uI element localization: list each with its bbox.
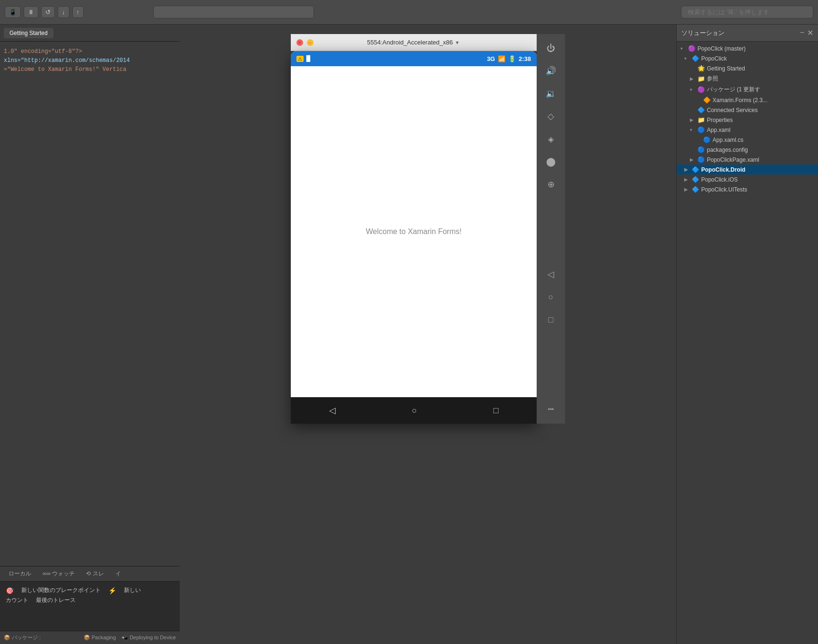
status-right: 3G 📶 🔋 2:38 — [487, 55, 531, 62]
solution-tree: ▾ 🟣 PopoClick (master) ▾ 🔷 PopoClick 🌟 G… — [677, 42, 818, 644]
tree-connectedservices[interactable]: 🔷 Connected Services — [677, 105, 818, 115]
minimize-button[interactable]: − — [307, 39, 313, 46]
tree-sanshoo[interactable]: ▶ 📁 参照 — [677, 73, 818, 84]
code-line-1: 1.0" encoding="utf-8"?> — [4, 47, 176, 56]
code-editor: 1.0" encoding="utf-8"?> xlns="http://xam… — [0, 42, 180, 566]
close-button[interactable]: ✕ — [296, 39, 303, 46]
nav-home-btn[interactable]: ○ — [412, 406, 417, 416]
top-toolbar: 📱 ⏸ ↺ ↓ ↑ Visual Studio for Mac Preview — [0, 0, 818, 25]
cs-label: Connected Services — [707, 107, 757, 113]
breakpoint-label-1: 新しい関数のブレークポイント — [21, 586, 101, 594]
tree-popoclickdroid[interactable]: ▶ 🔷 PopoClick.Droid — [677, 165, 818, 174]
search-input[interactable] — [681, 6, 813, 18]
up-icon: ↑ — [77, 9, 80, 16]
refresh-icon: ↺ — [45, 9, 51, 16]
nav-back-btn[interactable]: ◁ — [329, 405, 336, 416]
toolbar-title-area: Visual Studio for Mac Preview — [87, 6, 381, 18]
emulator-title: 5554:Android_Accelerated_x86 — [367, 39, 453, 46]
solution-header: ソリューション − ✕ — [677, 25, 818, 42]
appxaml-label: App.xaml — [707, 127, 731, 133]
tab-local[interactable]: ローカル — [4, 568, 36, 579]
solution-minimize-btn[interactable]: − — [800, 28, 804, 37]
tree-packagesconfig[interactable]: 🔵 packages.config — [677, 145, 818, 155]
connected-icon: 🔷 — [697, 106, 705, 113]
tab-getting-started[interactable]: Getting Started — [4, 28, 53, 38]
center-panel: ✕ − 5554:Android_Accelerated_x86 ▾ ⚠ — [180, 25, 676, 644]
tree-popoclickios[interactable]: ▶ 🔷 PopoClick.iOS — [677, 174, 818, 184]
android-app-content: Welcome to Xamarin Forms! — [291, 66, 537, 397]
package-icon: 📦 — [4, 635, 10, 640]
breakpoint-icon-1: 🎯 — [6, 587, 14, 594]
solution-panel: ソリューション − ✕ ▾ 🟣 PopoClick (master) ▾ 🔷 P… — [676, 25, 818, 644]
root-toggle-icon: ▾ — [680, 46, 686, 51]
tree-xamarinforms[interactable]: 🔶 Xamarin.Forms (2.3... — [677, 95, 818, 105]
window-buttons: ✕ − — [296, 39, 313, 46]
tab-thread[interactable]: ⟲ スレ — [81, 568, 108, 579]
star-icon: 🌟 — [697, 65, 705, 72]
solution-title: ソリューション — [681, 29, 724, 37]
device-btn[interactable]: 📱 — [5, 6, 21, 18]
down-btn[interactable]: ↓ — [58, 6, 70, 18]
packaging-icon: 📦 — [84, 635, 90, 640]
status-left: ⚠ ▉ — [296, 55, 311, 62]
count-row: カウント 最後のトレース — [6, 595, 174, 605]
dropdown-arrow-icon[interactable]: ▾ — [456, 39, 459, 46]
app-title-input[interactable]: Visual Studio for Mac Preview — [153, 6, 314, 18]
refresh-btn[interactable]: ↺ — [41, 6, 55, 18]
emulator-wrapper: ✕ − 5554:Android_Accelerated_x86 ▾ ⚠ — [291, 34, 565, 424]
code-line-3: ="Welcome to Xamarin Forms!" Vertica — [4, 65, 176, 74]
home-ctrl-btn[interactable]: ○ — [541, 288, 560, 305]
tab-other[interactable]: イ — [111, 568, 126, 579]
signal-3g: 3G — [487, 55, 495, 62]
nav-square-btn[interactable]: □ — [493, 406, 498, 416]
back-ctrl-btn[interactable]: ◁ — [541, 266, 560, 283]
tree-popoclickroot[interactable]: ▾ 🔷 PopoClick — [677, 53, 818, 63]
lightning-icon: ⚡ — [108, 587, 116, 594]
tree-popoclickuitests[interactable]: ▶ 🔷 PopoClick.UITests — [677, 184, 818, 194]
droid-project-icon: 🔷 — [692, 166, 699, 173]
emulator-title-group: 5554:Android_Accelerated_x86 ▾ — [367, 39, 458, 46]
sanshoo-folder-icon: 📁 — [697, 75, 705, 82]
camera-btn[interactable]: ⬤ — [541, 153, 560, 170]
bottom-status-bar: 📦 パッケージ : 📦 Packaging 📲 Deploying to Dev… — [0, 631, 180, 644]
nuget-icon: 🔶 — [703, 96, 711, 104]
appxaml-toggle-icon: ▾ — [690, 127, 696, 132]
tree-properties[interactable]: ▶ 📁 Properties — [677, 115, 818, 125]
tree-gettingstarted[interactable]: 🌟 Getting Started — [677, 63, 818, 73]
solution-close-btn[interactable]: ✕ — [807, 28, 813, 37]
props-label: Properties — [707, 117, 733, 123]
volume-down-btn[interactable]: 🔉 — [541, 85, 560, 102]
up-btn[interactable]: ↑ — [72, 6, 84, 18]
code-line-2: xlns="http://xamarin.com/schemas/2014 — [4, 56, 176, 65]
uit-project-icon: 🔷 — [692, 186, 699, 193]
tree-root[interactable]: ▾ 🟣 PopoClick (master) — [677, 44, 818, 53]
packaging-status: 📦 Packaging — [84, 635, 116, 641]
rotate-btn[interactable]: ◇ — [541, 108, 560, 125]
tab-watch[interactable]: ∞∞ ウォッチ — [38, 568, 79, 579]
device-icon: 📱 — [9, 9, 17, 16]
signal-bars: 📶 — [498, 55, 505, 62]
main-area: Getting Started 1.0" encoding="utf-8"?> … — [0, 25, 818, 644]
tree-packages[interactable]: ▾ 🟣 パッケージ (1 更新す — [677, 84, 818, 95]
pause-btn[interactable]: ⏸ — [24, 6, 38, 18]
uit-toggle-icon: ▶ — [684, 187, 690, 192]
android-status-bar: ⚠ ▉ 3G 📶 🔋 2:38 — [291, 51, 537, 66]
pcpxaml-label: PopoClickPage.xaml — [707, 157, 759, 163]
volume-up-btn[interactable]: 🔊 — [541, 62, 560, 79]
breakpoint-label-2: 新しい — [124, 586, 141, 594]
power-btn[interactable]: ⏻ — [541, 40, 560, 57]
tree-popoclickpagexaml[interactable]: ▶ 🔵 PopoClickPage.xaml — [677, 155, 818, 165]
pkgcfg-label: packages.config — [707, 147, 748, 153]
zoom-btn[interactable]: ⊕ — [541, 176, 560, 193]
erase-btn[interactable]: ◈ — [541, 131, 560, 148]
droid-toggle-icon: ▶ — [684, 167, 690, 172]
solution-icon: 🟣 — [688, 45, 696, 52]
droid-label: PopoClick.Droid — [701, 166, 745, 173]
more-btn[interactable]: ••• — [541, 401, 560, 418]
ios-label: PopoClick.iOS — [701, 176, 738, 183]
tree-appxaml[interactable]: ▾ 🔵 App.xaml — [677, 125, 818, 135]
square-ctrl-btn[interactable]: □ — [541, 311, 560, 328]
tree-appxamlcs[interactable]: 🔵 App.xaml.cs — [677, 135, 818, 145]
popoclickroot-toggle-icon: ▾ — [684, 56, 690, 61]
count-label: カウント — [6, 596, 28, 604]
